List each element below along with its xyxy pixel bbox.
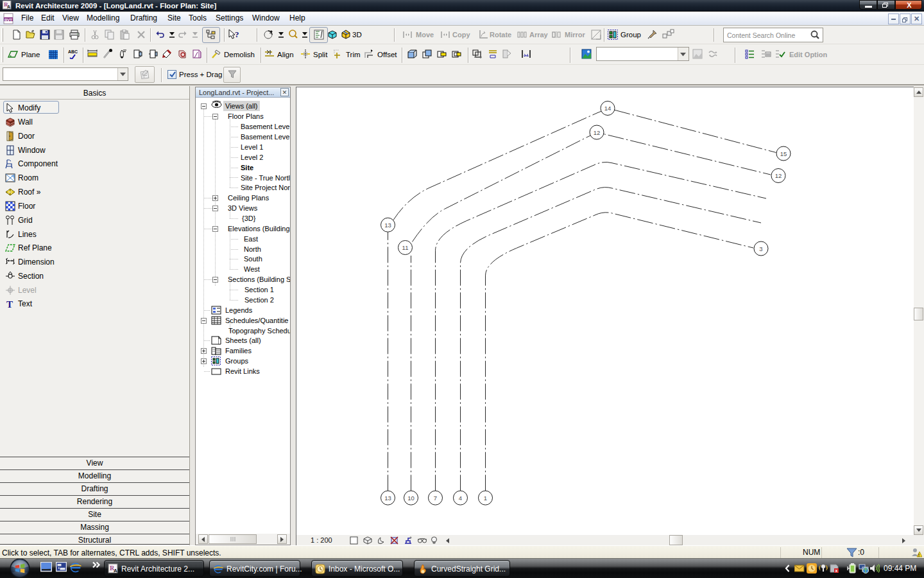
svg-text:13: 13 [384, 222, 391, 229]
svg-text:10: 10 [407, 495, 415, 502]
svg-text:14: 14 [604, 105, 612, 112]
svg-text:12: 12 [594, 129, 601, 136]
svg-text:A: A [7, 4, 10, 9]
svg-text:!: ! [918, 553, 920, 557]
svg-text:ABC: ABC [68, 49, 78, 54]
svg-text:7: 7 [434, 495, 437, 502]
svg-text:x: x [835, 568, 838, 573]
svg-text:1: 1 [484, 495, 487, 502]
svg-text:12: 12 [775, 172, 782, 179]
svg-text:11: 11 [402, 244, 409, 251]
svg-text:13: 13 [384, 495, 391, 502]
svg-text:15: 15 [780, 150, 787, 157]
svg-text:?: ? [235, 30, 239, 39]
svg-text:3: 3 [759, 245, 762, 252]
svg-text:RVT: RVT [4, 18, 12, 22]
svg-text:4: 4 [459, 495, 462, 502]
svg-text:A: A [114, 568, 117, 574]
svg-text:T: T [6, 299, 13, 309]
